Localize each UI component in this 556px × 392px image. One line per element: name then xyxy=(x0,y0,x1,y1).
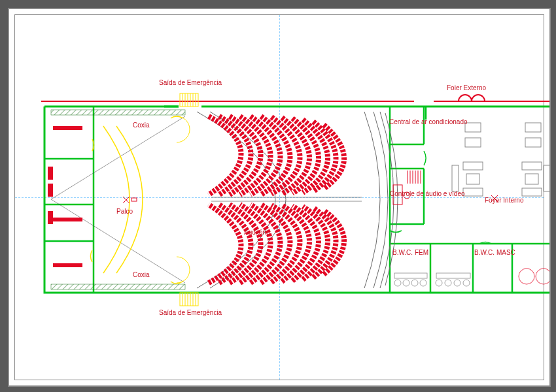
svg-point-65 xyxy=(403,280,409,286)
label-central-ar: Central de ar condicionado xyxy=(389,118,435,125)
svg-rect-39 xyxy=(53,218,82,221)
sightline xyxy=(51,116,185,283)
label-bwc-masc: B.W.C. MASC xyxy=(474,249,507,256)
floorplan-svg xyxy=(15,15,551,387)
svg-rect-55 xyxy=(466,174,479,184)
wall-interior xyxy=(44,106,551,293)
wall-outer xyxy=(44,106,551,293)
svg-rect-68 xyxy=(394,273,427,278)
svg-rect-38 xyxy=(53,126,82,130)
svg-point-66 xyxy=(411,280,418,286)
seating xyxy=(209,116,344,283)
label-bwc-fem: B.W.C. FEM xyxy=(392,249,423,256)
svg-rect-54 xyxy=(463,188,483,196)
svg-rect-62 xyxy=(525,123,541,132)
label-saida-bottom: Saída de Emergência xyxy=(159,309,205,316)
svg-point-74 xyxy=(519,269,534,284)
svg-rect-58 xyxy=(544,165,550,191)
svg-rect-53 xyxy=(463,162,483,170)
svg-rect-43 xyxy=(48,211,53,224)
label-auditorio: Auditório xyxy=(244,229,269,236)
svg-point-69 xyxy=(436,280,442,286)
furniture-backstage xyxy=(48,126,82,267)
aisle-steps xyxy=(211,197,362,201)
label-saida-top: Saída de Emergência xyxy=(159,79,205,86)
svg-rect-59 xyxy=(525,174,538,184)
drawing-frame: Saída de Emergência Saída de Emergência … xyxy=(8,8,551,387)
svg-point-75 xyxy=(536,269,551,284)
svg-rect-56 xyxy=(522,162,542,170)
svg-point-71 xyxy=(454,280,460,286)
svg-point-70 xyxy=(445,280,451,286)
label-foyer-ext: Foier Externo xyxy=(434,84,499,91)
exterior-wall xyxy=(41,95,551,101)
svg-point-64 xyxy=(394,280,401,286)
svg-rect-41 xyxy=(48,167,53,180)
hatch-bottom xyxy=(51,284,185,289)
label-coxia-bottom: Coxia xyxy=(133,271,150,278)
svg-point-72 xyxy=(463,280,470,286)
svg-rect-61 xyxy=(465,138,481,147)
svg-rect-78 xyxy=(131,198,137,201)
hatch-top xyxy=(51,110,185,115)
label-controle: Controle de áudio e vídeo xyxy=(390,190,423,197)
svg-rect-42 xyxy=(48,184,53,197)
emergency-stair xyxy=(177,93,198,306)
svg-point-67 xyxy=(420,280,426,286)
furniture-foyer xyxy=(452,123,550,196)
svg-rect-57 xyxy=(522,188,542,196)
drawing-area: Saída de Emergência Saída de Emergência … xyxy=(14,14,544,380)
svg-rect-73 xyxy=(436,273,470,278)
svg-rect-52 xyxy=(452,165,459,191)
door-arcs xyxy=(390,151,491,244)
ceiling-contour xyxy=(197,112,398,288)
svg-rect-40 xyxy=(53,263,82,267)
label-palco: Palco xyxy=(116,208,133,215)
svg-rect-63 xyxy=(525,138,541,147)
viewport: Saída de Emergência Saída de Emergência … xyxy=(0,0,556,392)
label-foyer-int: Foyer Interno xyxy=(485,197,523,204)
label-coxia-top: Coxia xyxy=(133,122,150,129)
